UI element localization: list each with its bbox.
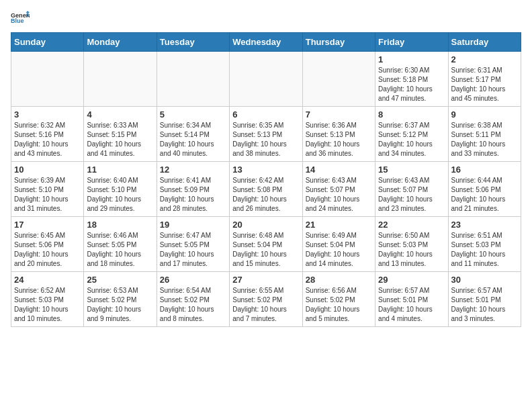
day-info: Sunrise: 6:35 AM Sunset: 5:13 PM Dayligh… <box>232 121 299 158</box>
calendar-cell <box>157 52 229 107</box>
day-number: 15 <box>378 165 445 175</box>
calendar-cell: 21Sunrise: 6:49 AM Sunset: 5:04 PM Dayli… <box>302 217 375 272</box>
calendar-cell: 19Sunrise: 6:47 AM Sunset: 5:05 PM Dayli… <box>157 217 229 272</box>
weekday-header-saturday: Saturday <box>448 33 521 52</box>
day-info: Sunrise: 6:50 AM Sunset: 5:03 PM Dayligh… <box>378 231 445 269</box>
calendar-cell: 26Sunrise: 6:54 AM Sunset: 5:02 PM Dayli… <box>157 272 229 327</box>
day-info: Sunrise: 6:32 AM Sunset: 5:16 PM Dayligh… <box>14 121 81 158</box>
calendar-cell: 1Sunrise: 6:30 AM Sunset: 5:18 PM Daylig… <box>375 52 448 107</box>
day-info: Sunrise: 6:43 AM Sunset: 5:07 PM Dayligh… <box>378 176 445 214</box>
calendar-week-row: 3Sunrise: 6:32 AM Sunset: 5:16 PM Daylig… <box>11 107 521 162</box>
weekday-header-tuesday: Tuesday <box>157 33 229 52</box>
calendar-cell <box>11 52 84 107</box>
day-number: 18 <box>87 220 153 230</box>
day-info: Sunrise: 6:47 AM Sunset: 5:05 PM Dayligh… <box>160 231 226 269</box>
calendar-cell: 14Sunrise: 6:43 AM Sunset: 5:07 PM Dayli… <box>302 162 375 217</box>
logo-icon: General Blue <box>11 11 30 24</box>
day-info: Sunrise: 6:37 AM Sunset: 5:12 PM Dayligh… <box>378 121 445 158</box>
day-number: 24 <box>14 275 81 285</box>
day-info: Sunrise: 6:39 AM Sunset: 5:10 PM Dayligh… <box>14 176 81 214</box>
calendar-cell: 22Sunrise: 6:50 AM Sunset: 5:03 PM Dayli… <box>375 217 448 272</box>
day-info: Sunrise: 6:38 AM Sunset: 5:11 PM Dayligh… <box>451 121 518 158</box>
day-info: Sunrise: 6:45 AM Sunset: 5:06 PM Dayligh… <box>14 231 81 269</box>
day-number: 8 <box>378 109 445 120</box>
day-number: 25 <box>87 275 153 285</box>
day-number: 1 <box>378 54 445 64</box>
day-number: 27 <box>232 275 299 285</box>
calendar-week-row: 17Sunrise: 6:45 AM Sunset: 5:06 PM Dayli… <box>11 217 521 272</box>
calendar-cell: 23Sunrise: 6:51 AM Sunset: 5:03 PM Dayli… <box>448 217 521 272</box>
day-number: 16 <box>451 165 518 175</box>
calendar-cell <box>84 52 157 107</box>
calendar-cell: 11Sunrise: 6:40 AM Sunset: 5:10 PM Dayli… <box>84 162 157 217</box>
day-info: Sunrise: 6:49 AM Sunset: 5:04 PM Dayligh… <box>306 231 372 269</box>
day-number: 21 <box>306 220 372 230</box>
calendar-cell: 13Sunrise: 6:42 AM Sunset: 5:08 PM Dayli… <box>230 162 302 217</box>
calendar-cell: 3Sunrise: 6:32 AM Sunset: 5:16 PM Daylig… <box>11 107 84 162</box>
calendar-cell: 5Sunrise: 6:34 AM Sunset: 5:14 PM Daylig… <box>157 107 229 162</box>
calendar-cell: 2Sunrise: 6:31 AM Sunset: 5:17 PM Daylig… <box>448 52 521 107</box>
day-info: Sunrise: 6:41 AM Sunset: 5:09 PM Dayligh… <box>160 176 226 214</box>
day-number: 3 <box>14 109 81 120</box>
calendar-cell: 15Sunrise: 6:43 AM Sunset: 5:07 PM Dayli… <box>375 162 448 217</box>
day-info: Sunrise: 6:57 AM Sunset: 5:01 PM Dayligh… <box>378 286 445 324</box>
calendar-cell: 27Sunrise: 6:55 AM Sunset: 5:02 PM Dayli… <box>230 272 302 327</box>
calendar-table: SundayMondayTuesdayWednesdayThursdayFrid… <box>11 32 521 327</box>
day-number: 2 <box>451 54 518 64</box>
day-number: 13 <box>232 165 299 175</box>
calendar-cell <box>230 52 302 107</box>
day-number: 14 <box>306 165 372 175</box>
calendar-week-row: 1Sunrise: 6:30 AM Sunset: 5:18 PM Daylig… <box>11 52 521 107</box>
day-number: 11 <box>87 165 153 175</box>
day-number: 9 <box>451 109 518 120</box>
calendar-week-row: 10Sunrise: 6:39 AM Sunset: 5:10 PM Dayli… <box>11 162 521 217</box>
weekday-header-row: SundayMondayTuesdayWednesdayThursdayFrid… <box>11 33 521 52</box>
day-info: Sunrise: 6:57 AM Sunset: 5:01 PM Dayligh… <box>451 286 518 324</box>
calendar-cell: 29Sunrise: 6:57 AM Sunset: 5:01 PM Dayli… <box>375 272 448 327</box>
logo: General Blue <box>11 11 32 24</box>
day-number: 23 <box>451 220 518 230</box>
calendar-cell: 12Sunrise: 6:41 AM Sunset: 5:09 PM Dayli… <box>157 162 229 217</box>
day-number: 26 <box>160 275 226 285</box>
calendar-cell: 28Sunrise: 6:56 AM Sunset: 5:02 PM Dayli… <box>302 272 375 327</box>
svg-text:Blue: Blue <box>11 17 24 24</box>
day-number: 12 <box>160 165 226 175</box>
page-header: General Blue <box>11 11 521 24</box>
day-number: 22 <box>378 220 445 230</box>
day-number: 19 <box>160 220 226 230</box>
weekday-header-friday: Friday <box>375 33 448 52</box>
calendar-week-row: 24Sunrise: 6:52 AM Sunset: 5:03 PM Dayli… <box>11 272 521 327</box>
day-info: Sunrise: 6:51 AM Sunset: 5:03 PM Dayligh… <box>451 231 518 269</box>
day-info: Sunrise: 6:48 AM Sunset: 5:04 PM Dayligh… <box>232 231 299 269</box>
calendar-cell: 30Sunrise: 6:57 AM Sunset: 5:01 PM Dayli… <box>448 272 521 327</box>
day-info: Sunrise: 6:30 AM Sunset: 5:18 PM Dayligh… <box>378 66 445 103</box>
day-number: 28 <box>306 275 372 285</box>
day-info: Sunrise: 6:53 AM Sunset: 5:02 PM Dayligh… <box>87 286 153 324</box>
weekday-header-thursday: Thursday <box>302 33 375 52</box>
day-number: 17 <box>14 220 81 230</box>
day-number: 29 <box>378 275 445 285</box>
day-number: 30 <box>451 275 518 285</box>
day-number: 6 <box>232 109 299 120</box>
day-info: Sunrise: 6:43 AM Sunset: 5:07 PM Dayligh… <box>306 176 372 214</box>
day-info: Sunrise: 6:52 AM Sunset: 5:03 PM Dayligh… <box>14 286 81 324</box>
day-number: 20 <box>232 220 299 230</box>
calendar-cell: 25Sunrise: 6:53 AM Sunset: 5:02 PM Dayli… <box>84 272 157 327</box>
day-number: 7 <box>306 109 372 120</box>
weekday-header-monday: Monday <box>84 33 157 52</box>
day-info: Sunrise: 6:31 AM Sunset: 5:17 PM Dayligh… <box>451 66 518 103</box>
day-info: Sunrise: 6:40 AM Sunset: 5:10 PM Dayligh… <box>87 176 153 214</box>
day-info: Sunrise: 6:56 AM Sunset: 5:02 PM Dayligh… <box>306 286 372 324</box>
day-info: Sunrise: 6:33 AM Sunset: 5:15 PM Dayligh… <box>87 121 153 158</box>
calendar-cell: 4Sunrise: 6:33 AM Sunset: 5:15 PM Daylig… <box>84 107 157 162</box>
calendar-cell: 17Sunrise: 6:45 AM Sunset: 5:06 PM Dayli… <box>11 217 84 272</box>
day-number: 5 <box>160 109 226 120</box>
calendar-cell: 20Sunrise: 6:48 AM Sunset: 5:04 PM Dayli… <box>230 217 302 272</box>
calendar-cell: 24Sunrise: 6:52 AM Sunset: 5:03 PM Dayli… <box>11 272 84 327</box>
day-info: Sunrise: 6:44 AM Sunset: 5:06 PM Dayligh… <box>451 176 518 214</box>
calendar-cell: 6Sunrise: 6:35 AM Sunset: 5:13 PM Daylig… <box>230 107 302 162</box>
calendar-cell <box>302 52 375 107</box>
calendar-cell: 8Sunrise: 6:37 AM Sunset: 5:12 PM Daylig… <box>375 107 448 162</box>
calendar-cell: 9Sunrise: 6:38 AM Sunset: 5:11 PM Daylig… <box>448 107 521 162</box>
calendar-cell: 18Sunrise: 6:46 AM Sunset: 5:05 PM Dayli… <box>84 217 157 272</box>
